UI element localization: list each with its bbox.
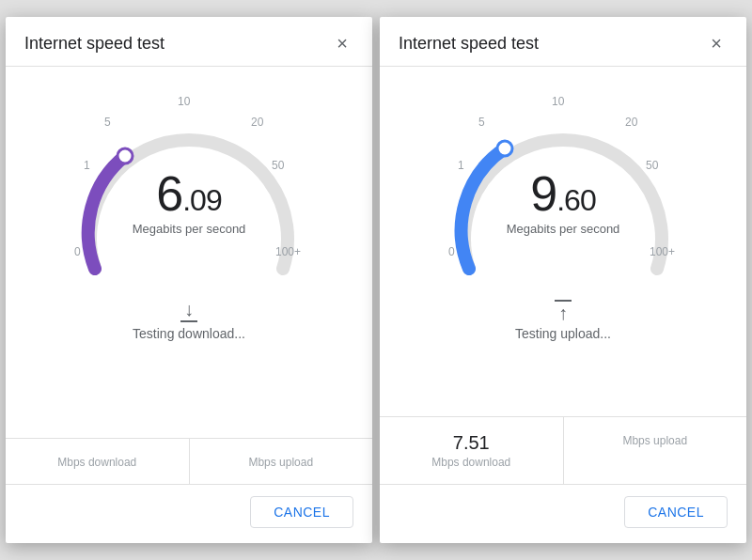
dialog-footer-2: CANCEL (380, 484, 746, 543)
gauge-label-2-5: 5 (478, 116, 485, 129)
status-area-1: ↓ Testing download... (133, 300, 245, 341)
speed-unit-2: Megabits per second (507, 222, 620, 236)
speed-display-2: 9.60 Megabits per second (507, 169, 620, 236)
gauge-label-5: 5 (104, 116, 111, 129)
speed-value-2: 9.60 (507, 169, 620, 218)
dialog-download: Internet speed test × 1 5 10 20 50 100+ … (6, 17, 372, 543)
dialog-footer-1: CANCEL (6, 484, 372, 543)
stat-download-label-2: Mbps download (380, 456, 563, 469)
stat-upload-label-1: Mbps upload (190, 456, 373, 469)
cancel-button-1[interactable]: CANCEL (250, 496, 353, 528)
gauge-label-2-20: 20 (625, 116, 637, 129)
gauge-area-2: 1 5 10 20 50 100+ 0 9.60 Megabits per se… (380, 67, 746, 416)
dialog-upload: Internet speed test × 1 5 10 20 50 100+ … (380, 17, 746, 543)
speed-display-1: 6.09 Megabits per second (133, 169, 246, 236)
stat-download-label-1: Mbps download (6, 456, 189, 469)
gauge-label-10: 10 (178, 95, 190, 108)
stat-upload-1: Mbps upload (190, 439, 373, 484)
gauge-label-20: 20 (251, 116, 263, 129)
gauge-label-1: 1 (84, 159, 90, 172)
cancel-button-2[interactable]: CANCEL (624, 496, 728, 528)
close-button-2[interactable]: × (705, 32, 728, 54)
gauge-label-2-1: 1 (458, 159, 464, 172)
stats-row-2: 7.51 Mbps download Mbps upload (380, 416, 746, 484)
svg-point-1 (497, 141, 512, 156)
gauge-container-2: 1 5 10 20 50 100+ 0 9.60 Megabits per se… (441, 86, 685, 292)
dialog-title-2: Internet speed test (399, 34, 539, 54)
stat-upload-2: Mbps upload (564, 417, 747, 484)
speed-value-1: 6.09 (133, 169, 246, 218)
gauge-label-100: 100+ (275, 245, 301, 258)
gauge-container-1: 1 5 10 20 50 100+ 0 6.09 Megabits per se… (67, 86, 311, 292)
stat-download-2: 7.51 Mbps download (380, 417, 564, 484)
stat-download-value-2: 7.51 (380, 432, 563, 454)
close-button-1[interactable]: × (331, 32, 353, 54)
speed-unit-1: Megabits per second (133, 222, 246, 236)
gauge-label-2-50: 50 (646, 159, 658, 172)
svg-point-0 (118, 148, 133, 163)
status-text-1: Testing download... (133, 326, 245, 341)
dialog-header-1: Internet speed test × (6, 17, 372, 67)
dialog-header-2: Internet speed test × (380, 17, 746, 67)
gauge-label-50: 50 (272, 159, 284, 172)
gauge-label-2-100: 100+ (650, 245, 675, 258)
dialog-title-1: Internet speed test (24, 34, 164, 54)
gauge-label-2-0: 0 (448, 245, 455, 258)
stat-upload-label-2: Mbps upload (564, 434, 747, 447)
stat-download-1: Mbps download (6, 439, 190, 484)
upload-icon-2: ↑ (555, 300, 572, 322)
gauge-label-0: 0 (74, 245, 81, 258)
stats-row-1: Mbps download Mbps upload (6, 438, 372, 484)
status-area-2: ↑ Testing upload... (515, 300, 611, 341)
gauge-area-1: 1 5 10 20 50 100+ 0 6.09 Megabits per se… (6, 67, 372, 438)
gauge-label-2-10: 10 (552, 95, 564, 108)
download-icon-1: ↓ (180, 300, 197, 322)
status-text-2: Testing upload... (515, 326, 611, 341)
